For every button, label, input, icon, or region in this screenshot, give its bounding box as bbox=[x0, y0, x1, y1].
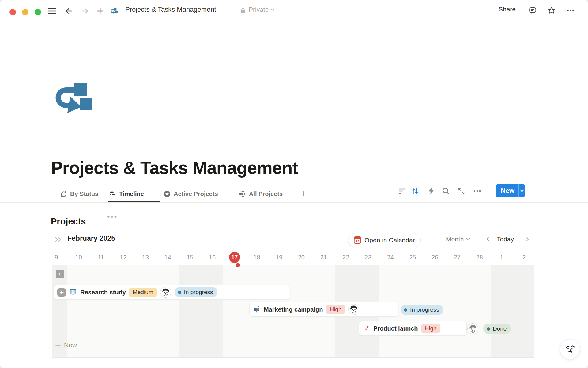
bearded-man-avatar bbox=[160, 287, 171, 298]
privacy-label: Private bbox=[249, 6, 269, 13]
new-button[interactable]: New bbox=[496, 184, 525, 197]
weekend-shade bbox=[179, 265, 201, 357]
weekend-shade bbox=[201, 265, 224, 357]
timeline-zoom-dropdown[interactable]: Month bbox=[446, 236, 470, 243]
zoom-level-label: Month bbox=[446, 236, 464, 243]
timeline-item-product-launch[interactable]: Product launch High bbox=[359, 321, 467, 336]
breadcrumb-page-title[interactable]: Projects & Tasks Management bbox=[125, 6, 216, 13]
status-cycle-icon bbox=[60, 190, 67, 197]
sidebar-menu-icon[interactable] bbox=[47, 6, 57, 16]
close-window-button[interactable] bbox=[9, 9, 16, 15]
previous-month-chevron[interactable]: ‹ bbox=[486, 234, 489, 243]
plus-icon bbox=[300, 190, 307, 197]
priority-badge: Medium bbox=[129, 288, 157, 297]
scroll-to-offscreen-item-button[interactable] bbox=[56, 270, 64, 278]
bearded-man-avatar bbox=[348, 304, 359, 315]
plus-icon bbox=[55, 342, 61, 348]
favorite-star-icon[interactable] bbox=[547, 6, 556, 15]
globe-icon bbox=[239, 190, 246, 197]
timeline-item-research-study[interactable]: Research study Medium In progress bbox=[54, 285, 290, 300]
today-button[interactable]: Today bbox=[497, 236, 514, 243]
share-button[interactable]: Share bbox=[499, 6, 516, 13]
calendar-icon: 17 bbox=[354, 236, 361, 244]
day-label: 12 bbox=[112, 251, 134, 264]
page-icon-logo[interactable] bbox=[51, 81, 94, 115]
day-label: 22 bbox=[335, 251, 357, 264]
page-title: Projects & Tasks Management bbox=[51, 157, 298, 178]
priority-badge: High bbox=[421, 324, 440, 333]
day-label: 27 bbox=[446, 251, 468, 264]
day-label: 11 bbox=[90, 251, 112, 264]
row-separator bbox=[52, 301, 534, 301]
day-label: 16 bbox=[201, 251, 224, 264]
day-label: 9 bbox=[45, 251, 68, 264]
title-bar: Projects & Tasks Management Private Shar… bbox=[0, 0, 588, 20]
open-in-calendar-label: Open in Calendar bbox=[364, 236, 415, 244]
day-label: 28 bbox=[468, 251, 491, 264]
status-badge[interactable]: Done bbox=[483, 324, 511, 334]
new-tab-plus-icon[interactable] bbox=[96, 6, 105, 16]
day-label: 2 bbox=[513, 251, 535, 264]
expand-diagonal-icon[interactable] bbox=[457, 186, 466, 196]
today-badge: 17 bbox=[229, 252, 240, 263]
filter-icon[interactable] bbox=[397, 186, 406, 196]
next-month-chevron[interactable]: › bbox=[526, 234, 529, 243]
privacy-dropdown[interactable]: Private bbox=[249, 6, 275, 13]
day-label: 24 bbox=[379, 251, 401, 264]
item-title: Research study bbox=[80, 289, 126, 296]
star-circle-icon bbox=[164, 190, 171, 197]
gray-haired-man-avatar bbox=[467, 323, 478, 334]
status-dot bbox=[487, 327, 490, 331]
view-more-icon[interactable] bbox=[473, 186, 482, 196]
open-in-calendar-button[interactable]: 17 Open in Calendar bbox=[348, 233, 421, 247]
timeline-item-marketing-campaign[interactable]: Marketing campaign High bbox=[249, 302, 398, 317]
chevron-down-icon bbox=[271, 8, 275, 11]
comments-icon[interactable] bbox=[528, 6, 537, 15]
today-vertical-line bbox=[238, 265, 238, 357]
timeline-month-label: February 2025 bbox=[67, 234, 115, 243]
tab-all-projects[interactable]: All Projects bbox=[239, 188, 283, 199]
rocket-icon bbox=[362, 325, 370, 332]
day-label: 23 bbox=[357, 251, 379, 264]
weekend-shade bbox=[513, 265, 534, 357]
forward-icon[interactable] bbox=[80, 6, 89, 16]
tab-timeline[interactable]: Timeline bbox=[110, 188, 144, 199]
back-icon[interactable] bbox=[64, 6, 74, 16]
search-icon[interactable] bbox=[441, 186, 450, 196]
board-title: Projects bbox=[51, 217, 86, 227]
tab-label: Timeline bbox=[119, 190, 144, 197]
new-dropdown-button[interactable] bbox=[519, 189, 525, 192]
automation-lightning-icon[interactable] bbox=[427, 186, 436, 196]
sort-icon[interactable] bbox=[411, 186, 420, 196]
day-label: 21 bbox=[312, 251, 335, 264]
book-icon bbox=[69, 289, 77, 296]
day-label: 19 bbox=[268, 251, 290, 264]
day-label: 25 bbox=[401, 251, 424, 264]
item-title: Marketing campaign bbox=[264, 306, 323, 313]
add-timeline-item-button[interactable]: New bbox=[55, 341, 77, 349]
add-item-label: New bbox=[64, 341, 77, 349]
tab-by-status[interactable]: By Status bbox=[60, 188, 98, 199]
day-label: 13 bbox=[134, 251, 156, 264]
tabs-divider bbox=[0, 202, 588, 203]
minimize-window-button[interactable] bbox=[22, 9, 28, 15]
scroll-left-button[interactable] bbox=[57, 288, 66, 297]
collapse-sidebar-chevrons-icon[interactable] bbox=[54, 236, 62, 243]
status-badge: In progress bbox=[175, 287, 217, 297]
day-label: 14 bbox=[156, 251, 179, 264]
more-options-icon[interactable] bbox=[566, 6, 575, 15]
tab-label: Active Projects bbox=[174, 190, 218, 197]
notion-ai-face-button[interactable] bbox=[560, 339, 580, 359]
zoom-window-button[interactable] bbox=[35, 9, 41, 15]
page-logo-icon bbox=[109, 6, 119, 16]
tab-label: All Projects bbox=[249, 190, 283, 197]
calendar-day-number: 17 bbox=[356, 239, 359, 243]
day-label: 1 bbox=[491, 251, 513, 264]
lock-icon bbox=[238, 6, 247, 15]
board-options-icon[interactable]: ••• bbox=[107, 212, 118, 221]
tab-active-projects[interactable]: Active Projects bbox=[164, 188, 218, 199]
chevron-down-icon bbox=[520, 189, 524, 192]
add-view-button[interactable] bbox=[300, 188, 307, 199]
row-separator bbox=[52, 284, 534, 284]
status-badge[interactable]: In progress bbox=[401, 305, 443, 315]
